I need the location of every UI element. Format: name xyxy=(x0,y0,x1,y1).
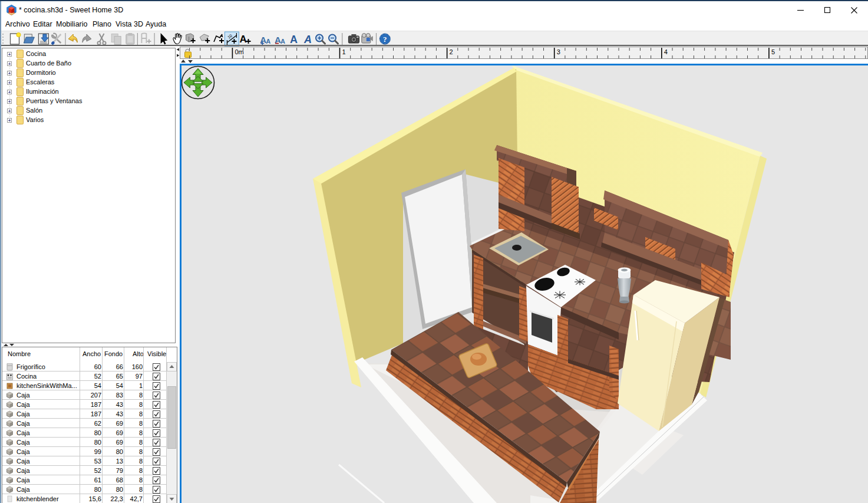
svg-text:2: 2 xyxy=(450,48,453,55)
svg-text:?: ? xyxy=(383,35,387,44)
svg-text:A: A xyxy=(303,34,312,45)
svg-text:1: 1 xyxy=(342,48,346,55)
svg-text:A: A xyxy=(240,34,247,45)
svg-text:4: 4 xyxy=(664,48,668,55)
svg-text:0m: 0m xyxy=(235,48,243,55)
svg-text:3: 3 xyxy=(557,48,560,55)
svg-text:A: A xyxy=(266,38,270,45)
svg-text:A: A xyxy=(290,34,298,45)
svg-text:A: A xyxy=(280,38,285,45)
svg-text:5: 5 xyxy=(771,48,775,55)
